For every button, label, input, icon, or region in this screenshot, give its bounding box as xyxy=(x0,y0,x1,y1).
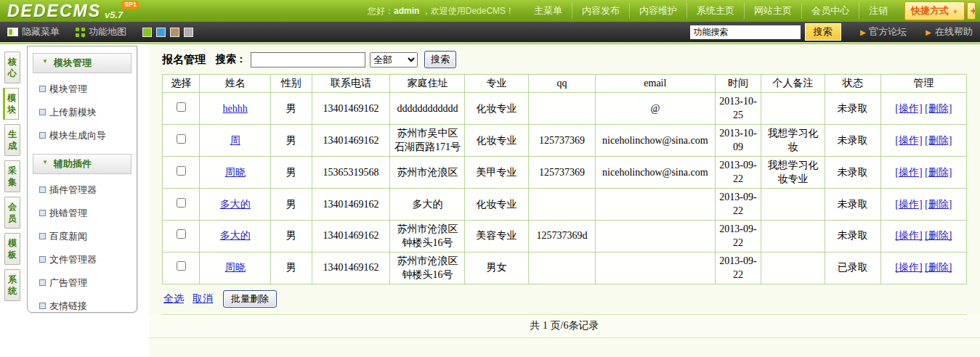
theme-swatch-0[interactable] xyxy=(142,28,152,37)
topbar-menu-item[interactable]: 网站主页 xyxy=(744,3,801,19)
toolbar-search-button[interactable]: 搜索 xyxy=(805,23,841,41)
cell-gender: 男 xyxy=(271,157,312,189)
cell-select xyxy=(163,125,200,157)
row-operate-link[interactable]: [操作] xyxy=(895,230,922,241)
cell-phone: 13401469162 xyxy=(312,253,390,284)
topbar-menu-item[interactable]: 系统主页 xyxy=(687,3,744,19)
row-name-link[interactable]: 多大的 xyxy=(220,230,251,241)
table-header-row: 选择姓名性别联系电话家庭住址专业qqemail时间个人备注状态管理 xyxy=(163,75,967,93)
rail-tab-module[interactable]: 模块 xyxy=(3,88,19,120)
cell-major: 美容专业 xyxy=(465,221,528,253)
sidebar-item[interactable]: 友情链接 xyxy=(28,295,137,313)
row-delete-link[interactable]: [删除] xyxy=(925,230,952,241)
sidebar-item-label: 广告管理 xyxy=(49,277,87,288)
theme-swatch-1[interactable] xyxy=(156,28,166,37)
greeting-suffix: ，欢迎使用DedeCMS！ xyxy=(422,6,514,16)
topbar-menu-item[interactable]: 会员中心 xyxy=(801,3,859,19)
cell-select xyxy=(163,157,200,189)
cell-status: 未录取 xyxy=(825,189,880,221)
shortcut-button[interactable]: 快捷方式▼ xyxy=(904,1,965,20)
row-delete-link[interactable]: [删除] xyxy=(925,199,952,210)
function-search-input[interactable] xyxy=(690,25,801,39)
rail-tab-member[interactable]: 会员 xyxy=(4,197,20,229)
sidebar-item-label: 插件管理器 xyxy=(49,184,97,195)
sidebar-group-header[interactable]: 模块管理 xyxy=(33,53,131,73)
sidebar-item[interactable]: 上传新模块 xyxy=(28,101,137,124)
cell-address: 苏州市沧浪区 xyxy=(390,157,465,189)
search-button[interactable]: 搜索 xyxy=(424,51,456,68)
batch-delete-button[interactable]: 批量删除 xyxy=(223,290,277,308)
row-name-link[interactable]: 周 xyxy=(230,135,240,146)
search-input[interactable] xyxy=(251,52,365,67)
row-operate-link[interactable]: [操作] xyxy=(895,103,922,114)
online-help-link[interactable]: ◀在线帮助 xyxy=(926,25,973,38)
cell-email: niceholinchow@sina.com xyxy=(596,157,715,189)
row-name-link[interactable]: 周晓 xyxy=(225,167,246,178)
theme-swatch-3[interactable] xyxy=(184,28,193,37)
sp1-badge: SP1 xyxy=(122,1,139,9)
rail-tab-core[interactable]: 核心 xyxy=(4,52,20,83)
cell-email: @ xyxy=(596,93,715,125)
row-operate-link[interactable]: [操作] xyxy=(895,167,922,178)
rail-tab-system[interactable]: 系统 xyxy=(4,269,20,301)
cell-actions: [操作] [删除] xyxy=(880,157,966,189)
sidebar-item-label: 挑错管理 xyxy=(49,208,87,218)
table-row: hehhh 男 13401469162 dddddddddddd 化妆专业 @ … xyxy=(163,93,967,125)
cancel-select-link[interactable]: 取消 xyxy=(193,292,213,305)
theme-swatch-2[interactable] xyxy=(170,28,179,37)
sidebar-item[interactable]: 模块管理 xyxy=(28,78,137,101)
topbar-menu-item[interactable]: 内容维护 xyxy=(629,3,687,19)
column-header: 家庭住址 xyxy=(390,75,465,93)
select-all-link[interactable]: 全选 xyxy=(163,292,184,305)
row-checkbox[interactable] xyxy=(177,198,186,208)
row-delete-link[interactable]: [删除] xyxy=(925,103,952,114)
column-header: 性别 xyxy=(271,75,312,93)
row-checkbox[interactable] xyxy=(177,166,186,176)
sidebar-item[interactable]: 百度新闻 xyxy=(28,225,137,248)
sidebar-group-header[interactable]: 辅助插件 xyxy=(33,154,131,174)
sidebar-item-label: 文件管理器 xyxy=(49,254,97,265)
sidebar-item[interactable]: 模块生成向导 xyxy=(28,124,137,147)
row-checkbox[interactable] xyxy=(177,134,186,144)
theme-swatches xyxy=(142,28,193,37)
function-map-button[interactable]: 功能地图 xyxy=(76,25,126,38)
topbar-menu-item[interactable]: 内容发布 xyxy=(572,3,629,19)
row-checkbox[interactable] xyxy=(177,229,186,239)
table-row: 周 男 13401469162 苏州市吴中区石湖西路171号 化妆专业 1257… xyxy=(163,125,967,157)
table-row: 多大的 男 13401469162 多大的 化妆专业 2013-09-22 未录… xyxy=(163,189,967,221)
row-delete-link[interactable]: [删除] xyxy=(925,135,952,146)
cell-name: 周晓 xyxy=(200,157,271,189)
column-header: 个人备注 xyxy=(761,75,825,93)
rail-tab-generate[interactable]: 生成 xyxy=(4,124,20,156)
add-shortcut-button[interactable]: + xyxy=(967,2,976,20)
column-header: 专业 xyxy=(465,75,528,93)
hide-menu-icon xyxy=(7,28,18,36)
hide-menu-button[interactable]: 隐藏菜单 xyxy=(7,25,60,38)
page-title: 报名管理 xyxy=(162,53,206,67)
topbar-menu-item[interactable]: 注销 xyxy=(859,3,897,19)
sidebar-item[interactable]: 广告管理 xyxy=(28,271,137,295)
topbar-menu-item[interactable]: 主菜单 xyxy=(525,3,572,19)
row-operate-link[interactable]: [操作] xyxy=(895,199,922,210)
cell-note xyxy=(761,253,825,284)
filter-select[interactable]: 全部 xyxy=(370,52,418,67)
sidebar-item[interactable]: 插件管理器 xyxy=(28,178,137,202)
sidebar-item[interactable]: 挑错管理 xyxy=(28,202,137,225)
rail-tab-template[interactable]: 模板 xyxy=(4,233,20,265)
row-checkbox[interactable] xyxy=(177,102,186,112)
row-delete-link[interactable]: [删除] xyxy=(925,167,952,178)
row-checkbox[interactable] xyxy=(177,261,186,271)
cell-actions: [操作] [删除] xyxy=(880,125,966,157)
official-forum-link[interactable]: ◀官方论坛 xyxy=(860,25,907,38)
row-delete-link[interactable]: [删除] xyxy=(925,262,952,273)
rail-tab-collect[interactable]: 采集 xyxy=(4,160,20,192)
column-header: 时间 xyxy=(715,75,761,93)
row-name-link[interactable]: 周晓 xyxy=(225,262,246,273)
cell-name: 多大的 xyxy=(200,189,271,221)
row-name-link[interactable]: hehhh xyxy=(223,103,248,114)
sidebar-item[interactable]: 文件管理器 xyxy=(28,248,137,271)
row-operate-link[interactable]: [操作] xyxy=(895,262,922,273)
row-operate-link[interactable]: [操作] xyxy=(895,135,922,146)
row-name-link[interactable]: 多大的 xyxy=(220,199,251,210)
cell-name: 周晓 xyxy=(200,253,271,284)
